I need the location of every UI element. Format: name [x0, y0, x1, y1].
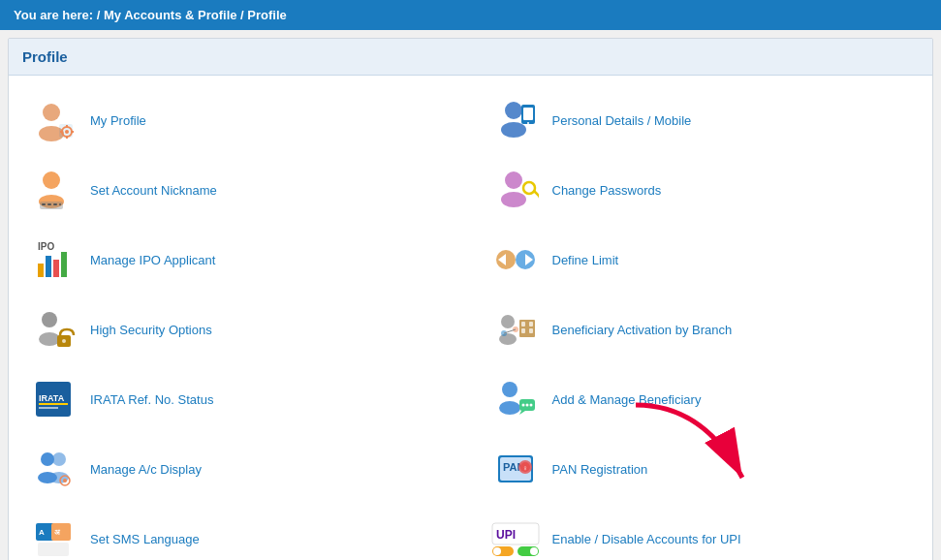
- svg-point-90: [530, 547, 538, 555]
- svg-point-48: [505, 102, 522, 119]
- svg-point-55: [523, 182, 535, 194]
- menu-item-personal[interactable]: Personal Details / Mobile: [471, 85, 933, 155]
- svg-marker-78: [519, 411, 525, 415]
- beneficiary-branch-icon: [490, 304, 541, 355]
- svg-text:A: A: [39, 528, 45, 537]
- menu-item-beneficiary-branch[interactable]: Beneficiary Activation by Branch: [471, 295, 933, 364]
- page-container: Profile: [8, 38, 933, 560]
- svg-point-4: [65, 130, 69, 134]
- svg-rect-39: [38, 543, 69, 556]
- sms-icon: A अ: [28, 513, 78, 560]
- add-beneficiary-label: Add & Manage Beneficiary: [552, 392, 702, 407]
- svg-point-75: [521, 404, 524, 407]
- svg-point-76: [525, 404, 528, 407]
- svg-point-49: [501, 122, 526, 138]
- svg-point-72: [502, 382, 518, 397]
- svg-point-24: [62, 339, 66, 343]
- svg-point-29: [41, 452, 54, 466]
- svg-rect-17: [46, 256, 51, 277]
- svg-point-88: [493, 547, 501, 555]
- svg-text:अ: अ: [54, 528, 61, 537]
- personal-icon: [490, 95, 541, 145]
- personal-label: Personal Details / Mobile: [552, 113, 692, 128]
- svg-rect-28: [39, 407, 58, 409]
- svg-rect-12: [42, 203, 46, 205]
- svg-text:IPO: IPO: [38, 241, 54, 252]
- breadcrumb-sep1: /: [97, 8, 101, 22]
- svg-rect-16: [38, 264, 44, 277]
- menu-item-upi[interactable]: UPI Enable / Disable Accounts for UPI: [471, 504, 933, 560]
- menu-item-ipo[interactable]: IPO Manage IPO Applicant: [9, 225, 471, 295]
- upi-icon: UPI: [490, 513, 541, 560]
- svg-rect-67: [521, 328, 525, 333]
- nickname-label: Set Account Nickname: [90, 183, 217, 198]
- menu-item-irata[interactable]: IRATA IRATA Ref. No. Status: [9, 364, 471, 434]
- nickname-icon: [28, 165, 78, 215]
- svg-point-73: [499, 401, 520, 415]
- breadcrumb-link1[interactable]: My Accounts & Profile: [104, 8, 236, 22]
- add-beneficiary-icon: [490, 374, 541, 424]
- svg-point-54: [501, 192, 526, 207]
- svg-point-0: [43, 104, 60, 121]
- svg-point-34: [63, 479, 67, 482]
- menu-item-limit[interactable]: Define Limit: [471, 225, 933, 295]
- breadcrumb-bar: You are here: / My Accounts & Profile / …: [0, 0, 941, 30]
- svg-point-62: [501, 315, 515, 328]
- irata-label: IRATA Ref. No. Status: [90, 392, 213, 407]
- svg-point-21: [42, 312, 57, 327]
- breadcrumb-sep2: /: [240, 8, 244, 22]
- limit-label: Define Limit: [552, 253, 619, 267]
- svg-point-9: [43, 171, 60, 189]
- pan-icon: PAN ♀: [490, 444, 541, 494]
- svg-text:IRATA: IRATA: [39, 393, 65, 403]
- svg-rect-65: [521, 322, 525, 327]
- svg-rect-27: [39, 403, 68, 405]
- menu-item-pan[interactable]: PAN ♀ PAN Registration: [471, 434, 933, 504]
- svg-point-30: [52, 452, 66, 466]
- svg-point-22: [39, 332, 60, 346]
- svg-point-53: [505, 171, 522, 189]
- ipo-icon: IPO: [28, 234, 78, 285]
- page-header: Profile: [9, 39, 932, 76]
- manage-ac-icon: [28, 444, 78, 494]
- manage-ac-label: Manage A/c Display: [90, 462, 202, 477]
- svg-rect-51: [523, 108, 533, 120]
- breadcrumb-prefix: You are here:: [14, 8, 93, 22]
- svg-text:UPI: UPI: [496, 528, 516, 542]
- irata-icon: IRATA: [28, 374, 78, 424]
- beneficiary-branch-label: Beneficiary Activation by Branch: [552, 323, 733, 337]
- svg-point-52: [527, 122, 529, 124]
- svg-rect-66: [529, 322, 533, 327]
- svg-rect-18: [53, 260, 59, 277]
- menu-item-add-beneficiary[interactable]: Add & Manage Beneficiary: [471, 364, 933, 434]
- menu-item-high-security[interactable]: High Security Options: [9, 295, 471, 364]
- high-security-icon: [28, 304, 78, 355]
- sms-label: Set SMS Language: [90, 532, 200, 546]
- breadcrumb-current: Profile: [247, 8, 286, 22]
- limit-icon: [490, 234, 541, 285]
- svg-line-56: [534, 191, 539, 200]
- svg-rect-15: [59, 203, 61, 205]
- menu-item-nickname[interactable]: Set Account Nickname: [9, 155, 471, 225]
- password-label: Change Passwords: [552, 183, 662, 198]
- menu-item-manage-ac[interactable]: Manage A/c Display: [9, 434, 471, 504]
- svg-rect-13: [47, 203, 51, 205]
- my-profile-label: My Profile: [90, 113, 146, 128]
- svg-rect-14: [53, 203, 57, 205]
- menu-grid: My Profile Set Account Nic: [9, 76, 932, 560]
- svg-rect-19: [61, 252, 67, 277]
- high-security-label: High Security Options: [90, 323, 212, 337]
- right-column: Personal Details / Mobile Change Passwor…: [471, 85, 933, 560]
- profile-icon: [28, 95, 78, 145]
- upi-label: Enable / Disable Accounts for UPI: [552, 532, 741, 546]
- svg-text:♀: ♀: [522, 464, 528, 473]
- menu-item-sms[interactable]: A अ Set SMS Language: [9, 504, 471, 560]
- pan-label: PAN Registration: [552, 462, 648, 477]
- menu-item-password[interactable]: Change Passwords: [471, 155, 933, 225]
- svg-point-77: [529, 404, 532, 407]
- left-column: My Profile Set Account Nic: [9, 85, 471, 560]
- ipo-label: Manage IPO Applicant: [90, 253, 215, 267]
- menu-item-my-profile[interactable]: My Profile: [9, 85, 471, 155]
- password-icon: [490, 165, 541, 215]
- svg-rect-68: [529, 328, 533, 333]
